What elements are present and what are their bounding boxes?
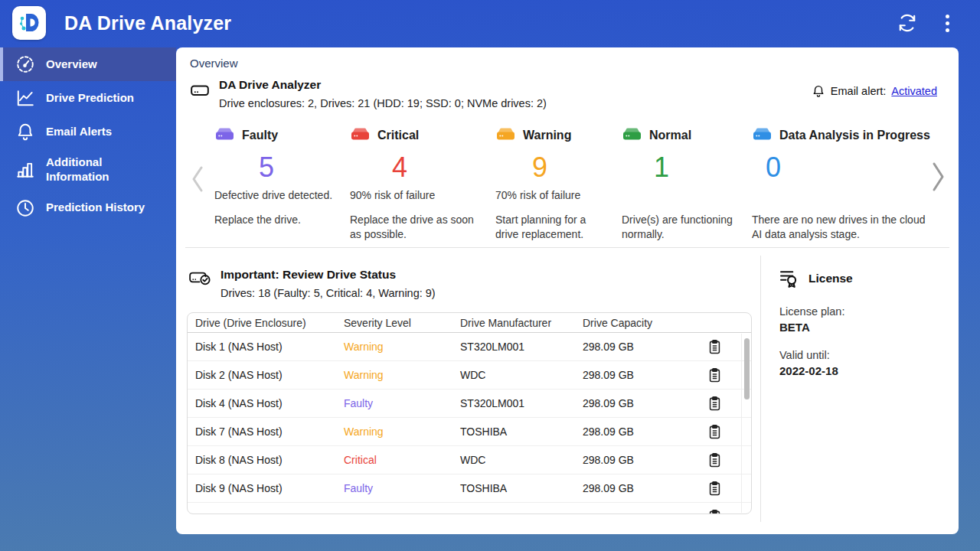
carousel-left-arrow-icon[interactable] — [188, 164, 207, 197]
vertical-divider — [760, 256, 761, 522]
cell-manufacturer: TOSHIBA — [452, 425, 575, 438]
drive-icon — [190, 80, 210, 100]
app-logo-icon — [17, 11, 41, 35]
table-row[interactable]: Disk 2 (NAS Host) Warning WDC 298.09 GB — [188, 361, 751, 390]
license-valid-value: 2022-02-18 — [779, 364, 838, 377]
bar-chart-icon — [15, 160, 35, 180]
cell-drive: Disk 8 (NAS Host) — [188, 454, 336, 466]
column-header: Drive (Drive Enclosure) — [188, 317, 336, 329]
clock-icon — [15, 198, 35, 218]
table-row-partial[interactable] — [188, 503, 751, 514]
sidebar-item-drive-prediction[interactable]: Drive Prediction — [0, 81, 176, 115]
cell-manufacturer: ST320LM001 — [452, 397, 575, 409]
scrollbar-thumb[interactable] — [744, 338, 750, 399]
sidebar-item-label: Additional Information — [46, 155, 161, 184]
refresh-icon[interactable] — [897, 13, 917, 33]
page-title: Overview — [190, 57, 238, 70]
sidebar-item-additional-information[interactable]: Additional Information — [0, 148, 176, 191]
cell-capacity: 298.09 GB — [575, 482, 688, 494]
license-header: License — [778, 268, 853, 289]
status-card-action: There are no new drives in the cloud AI … — [752, 213, 933, 242]
license-plan-label: License plan: — [779, 305, 844, 318]
status-card-risk: 70% risk of failure — [495, 189, 611, 213]
cell-drive: Disk 7 (NAS Host) — [188, 425, 336, 438]
status-card-risk — [622, 189, 741, 213]
sidebar-item-prediction-history[interactable]: Prediction History — [0, 191, 176, 225]
kebab-menu-icon[interactable] — [937, 13, 957, 33]
table-scrollbar — [741, 334, 751, 513]
normal-drive-icon — [622, 126, 642, 145]
status-card-data-analysis: Data Analysis in Progress 0 There are no… — [752, 126, 943, 242]
top-bar: DA Drive Analyzer — [0, 0, 980, 46]
status-card-count: 5 — [259, 154, 339, 189]
clipboard-icon[interactable] — [688, 367, 740, 383]
faulty-drive-icon — [214, 126, 235, 145]
table-row[interactable]: Disk 8 (NAS Host) Critical WDC 298.09 GB — [188, 446, 751, 474]
cell-manufacturer: ST320LM001 — [452, 341, 575, 353]
cell-capacity: 298.09 GB — [575, 397, 688, 409]
sidebar-item-label: Email Alerts — [46, 125, 112, 139]
status-card-label: Critical — [377, 129, 419, 142]
clipboard-icon[interactable] — [688, 396, 740, 412]
cell-drive: Disk 1 (NAS Host) — [188, 341, 336, 353]
line-chart-icon — [15, 88, 35, 108]
cell-severity: Faulty — [336, 397, 452, 409]
clipboard-icon[interactable] — [688, 509, 740, 515]
email-alert-activated-link[interactable]: Activated — [891, 85, 937, 97]
clipboard-icon[interactable] — [688, 424, 740, 440]
email-alert-label: Email alert: — [831, 85, 887, 97]
column-header: Severity Level — [336, 317, 452, 329]
cell-drive: Disk 4 (NAS Host) — [188, 397, 336, 409]
status-card-normal: Normal 1 Drive(s) are functioning normal… — [622, 126, 752, 242]
table-row[interactable]: Disk 4 (NAS Host) Faulty ST320LM001 298.… — [188, 390, 751, 418]
bell-icon — [15, 122, 35, 142]
gauge-icon — [15, 54, 35, 74]
status-card-action: Replace the drive as soon as possible. — [350, 213, 485, 242]
status-card-count: 9 — [532, 154, 611, 189]
status-card-action: Start planning for a drive replacement. — [495, 213, 611, 242]
status-card-critical: Critical 4 90% risk of failure Replace t… — [350, 126, 495, 242]
clipboard-icon[interactable] — [688, 481, 740, 497]
clipboard-icon[interactable] — [688, 452, 740, 468]
clipboard-icon[interactable] — [688, 339, 740, 355]
table-row[interactable]: Disk 7 (NAS Host) Warning TOSHIBA 298.09… — [188, 418, 751, 446]
status-card-carousel: Faulty 5 Defective drive detected. Repla… — [214, 126, 943, 242]
review-drive-status-header: Important: Review Drive Status Drives: 1… — [188, 268, 436, 299]
status-card-warning: Warning 9 70% risk of failure Start plan… — [495, 126, 622, 242]
status-card-count: 1 — [654, 154, 741, 189]
status-card-count: 4 — [392, 154, 485, 189]
main-content-card: Overview DA Drive Analyzer Drive enclosu… — [176, 47, 959, 534]
email-alert: Email alert: Activated — [812, 84, 937, 98]
review-subtitle: Drives: 18 (Faulty: 5, Critical: 4, Warn… — [220, 287, 436, 299]
cell-severity: Warning — [336, 341, 452, 353]
status-card-label: Faulty — [242, 129, 278, 142]
column-header: Drive Manufacturer — [452, 317, 575, 329]
cell-drive: Disk 2 (NAS Host) — [188, 369, 336, 381]
status-card-label: Data Analysis in Progress — [779, 129, 930, 142]
table-row[interactable]: Disk 1 (NAS Host) Warning ST320LM001 298… — [188, 333, 751, 361]
review-title: Important: Review Drive Status — [220, 268, 436, 282]
sidebar-item-label: Prediction History — [46, 201, 145, 215]
cell-manufacturer: WDC — [452, 454, 575, 466]
drive-check-icon — [188, 268, 211, 289]
critical-drive-icon — [350, 126, 371, 145]
status-card-faulty: Faulty 5 Defective drive detected. Repla… — [214, 126, 350, 242]
column-header: Drive Capacity — [575, 317, 688, 329]
drive-status-table: Drive (Drive Enclosure) Severity Level D… — [187, 312, 752, 514]
warning-drive-icon — [495, 126, 516, 145]
license-valid-label: Valid until: — [779, 349, 830, 361]
bell-icon — [812, 84, 825, 98]
license-icon — [778, 268, 799, 289]
sidebar-item-overview[interactable]: Overview — [0, 47, 176, 81]
table-row[interactable]: Disk 9 (NAS Host) Faulty TOSHIBA 298.09 … — [188, 474, 751, 503]
sidebar-item-email-alerts[interactable]: Email Alerts — [0, 115, 176, 148]
status-card-label: Normal — [649, 129, 691, 142]
cell-drive: Disk 9 (NAS Host) — [188, 482, 336, 494]
status-card-count: 0 — [766, 154, 933, 189]
cell-capacity: 298.09 GB — [575, 341, 688, 353]
cell-capacity: 298.09 GB — [575, 369, 688, 381]
status-card-risk — [752, 189, 933, 213]
cell-severity: Warning — [336, 425, 452, 438]
summary-title: DA Drive Analyzer — [219, 78, 547, 92]
status-card-action: Drive(s) are functioning normally. — [622, 213, 741, 242]
